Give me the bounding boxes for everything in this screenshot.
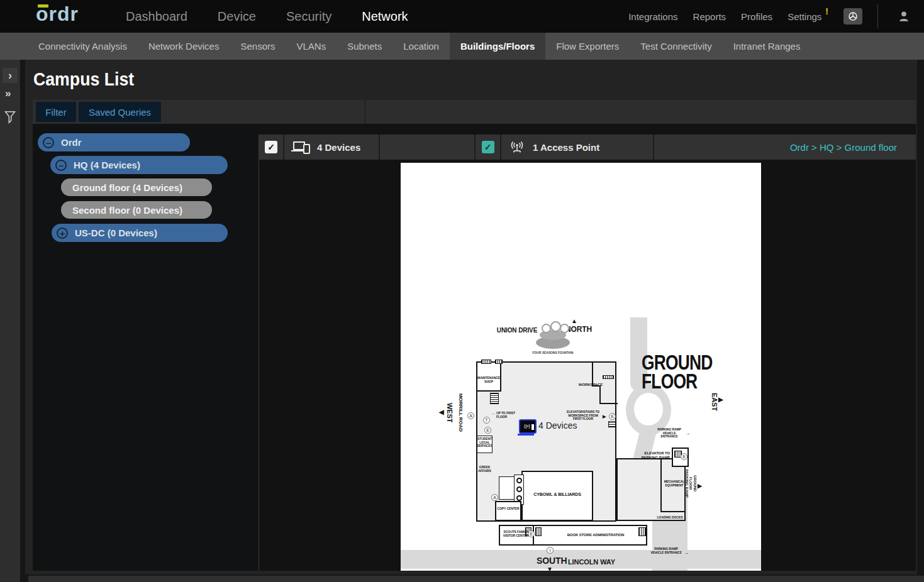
breadcrumb[interactable]: Ordr > HQ > Ground floor <box>790 142 897 153</box>
label-ground-parking: GROUND FLOOR PARKING RAMP <box>684 468 697 498</box>
floorplan-sheet: UNION DRIVE ▲ NORTH FOUR SEASONS FOUNTAI… <box>401 163 761 571</box>
devices-icon <box>293 141 309 153</box>
tab-intranet-ranges[interactable]: Intranet Ranges <box>723 33 811 60</box>
street-label-lincoln-way: LINCOLN WAY <box>568 558 625 566</box>
compass-east-label: EAST <box>711 393 718 411</box>
room-copy-center <box>495 501 521 521</box>
tree-node-label: Second floor (0 Devices) <box>72 205 182 216</box>
tab-connectivity-analysis[interactable]: Connectivity Analysis <box>28 33 138 60</box>
interior-wall <box>660 511 686 512</box>
nav-profiles[interactable]: Profiles <box>741 11 772 22</box>
filter-toolbar: Filter Saved Queries <box>33 100 916 124</box>
street-label-union-drive: UNION DRIVE <box>495 327 539 334</box>
devices-count-label: 4 Devices <box>317 142 360 153</box>
compass-west-label: WEST <box>446 403 454 422</box>
stairs-hatch <box>535 527 542 536</box>
network-sub-navigation: Connectivity Analysis Network Devices Se… <box>0 33 924 60</box>
devices-checkbox[interactable]: ✓ <box>265 141 277 153</box>
tree-node-hq[interactable]: − HQ (4 Devices) <box>50 156 228 174</box>
bowling-pin-icon <box>516 478 522 483</box>
floor-title: GROUND FLOOR <box>642 353 713 392</box>
nav-divider <box>877 4 878 28</box>
collapse-icon[interactable]: − <box>43 137 54 148</box>
info-circle-icon: i <box>547 547 554 554</box>
settings-alert-badge: ! <box>825 6 828 16</box>
map-header: ✓ 4 Devices ✓ 1 Access Point Ordr > HQ >… <box>259 135 916 160</box>
south-arrow-icon: ▼ <box>547 566 553 571</box>
tab-location[interactable]: Location <box>392 33 450 60</box>
nav-integrations[interactable]: Integrations <box>628 11 677 22</box>
access-point-checkbox[interactable]: ✓ <box>482 141 494 153</box>
tab-subnets[interactable]: Subnets <box>337 33 392 60</box>
collapse-all-button[interactable]: » <box>5 87 11 100</box>
tree-node-ground-floor[interactable]: Ground floor (4 Devices) <box>61 178 212 196</box>
tab-flow-exporters[interactable]: Flow Exporters <box>545 33 630 60</box>
room-label-elevator-stairs: ELEVATOR/STAIRS TO WORKSPACE FROM FIRST … <box>565 410 601 421</box>
tree-node-us-dc[interactable]: + US-DC (0 Devices) <box>52 224 228 242</box>
arrow-right-icon: → <box>684 551 689 556</box>
room-label-loading-docks: LOADING DOCKS <box>650 516 690 520</box>
user-icon <box>897 9 911 23</box>
bowling-pin-icon <box>516 486 522 492</box>
toolbar-divider <box>365 100 365 124</box>
tree-node-label: Ground floor (4 Devices) <box>72 182 182 193</box>
user-account-button[interactable] <box>893 6 915 27</box>
access-point-count-label: 1 Access Point <box>533 142 599 153</box>
filter-rail-button[interactable] <box>4 110 16 126</box>
nav-network[interactable]: Network <box>362 9 408 24</box>
tab-network-devices[interactable]: Network Devices <box>138 33 230 60</box>
tab-test-connectivity[interactable]: Test Connectivity <box>630 33 722 60</box>
room-label-mechanical: MECHANICAL EQUIPMENT <box>663 480 686 487</box>
aperture-button[interactable] <box>843 8 862 25</box>
nav-reports[interactable]: Reports <box>693 11 726 22</box>
tab-sensors[interactable]: Sensors <box>230 33 286 60</box>
filter-tab[interactable]: Filter <box>36 102 76 122</box>
arrow-right-icon: ▶ <box>603 414 606 419</box>
bowling-pin-icon <box>516 495 522 501</box>
access-point-icon <box>509 140 525 154</box>
elevator-circle-icon: E <box>484 427 491 434</box>
tree-node-second-floor[interactable]: Second floor (0 Devices) <box>61 201 212 219</box>
room-label-bookstore: BOOK STORE ADMINISTRATION <box>548 533 643 537</box>
saved-queries-tab[interactable]: Saved Queries <box>79 102 161 122</box>
elevator-circle-icon: E <box>681 453 687 460</box>
expand-panel-button[interactable]: › <box>3 68 18 83</box>
page-title: Campus List <box>33 69 134 90</box>
ordr-logo[interactable]: ordr <box>36 3 79 26</box>
tab-vlans[interactable]: VLANs <box>286 33 337 60</box>
horizontal-scrollbar[interactable] <box>28 576 924 582</box>
aperture-icon <box>847 11 859 22</box>
collapse-icon[interactable]: − <box>55 160 67 171</box>
device-marker-phone-icon <box>530 423 535 431</box>
room-label-cybowl: CYBOWL & BILLIARDS <box>528 492 587 497</box>
nav-security[interactable]: Security <box>286 9 331 24</box>
room-label-student-legal: STUDENT LEGAL SERVICES <box>477 437 493 448</box>
room-label-maintenance: MAINTENANCE SHOP <box>477 376 501 383</box>
tree-node-ordr[interactable]: − Ordr <box>38 133 190 151</box>
interior-wall <box>599 385 601 404</box>
left-rail: › » <box>0 60 20 582</box>
label-parking-entrance-top: PARKING RAMP VEHICLE ENTRANCE <box>655 428 684 439</box>
room-label-elev-parking: ELEVATOR TO PARKING RAMP <box>631 451 670 459</box>
devices-checkbox-cell: ✓ <box>259 135 284 160</box>
funnel-icon <box>4 110 16 124</box>
accessible-circle-icon: A <box>467 412 474 419</box>
chevron-right-icon: › <box>8 69 12 82</box>
phone-circle-icon: T <box>483 417 490 424</box>
nav-dashboard[interactable]: Dashboard <box>126 9 187 24</box>
compass-south-label: SOUTH <box>537 556 564 566</box>
north-arrow-icon: ▲ <box>571 318 577 324</box>
east-arrow-icon: ▶ <box>718 397 723 403</box>
nav-settings[interactable]: Settings <box>788 11 821 22</box>
double-chevron-icon: » <box>5 87 11 99</box>
expand-icon[interactable]: + <box>57 228 68 239</box>
arrow-right-icon: → <box>685 431 690 436</box>
elevator-circle-icon: E <box>609 413 616 420</box>
ap-filter-cell: 1 Access Point <box>501 135 654 160</box>
nav-device[interactable]: Device <box>218 9 256 24</box>
room-label-copy-center: COPY CENTER <box>496 507 520 511</box>
room-small <box>499 476 515 500</box>
tab-buildings-floors[interactable]: Buildings/Floors <box>450 33 545 60</box>
fountain-icon <box>542 324 551 333</box>
devices-filter-cell: 4 Devices <box>284 135 380 160</box>
